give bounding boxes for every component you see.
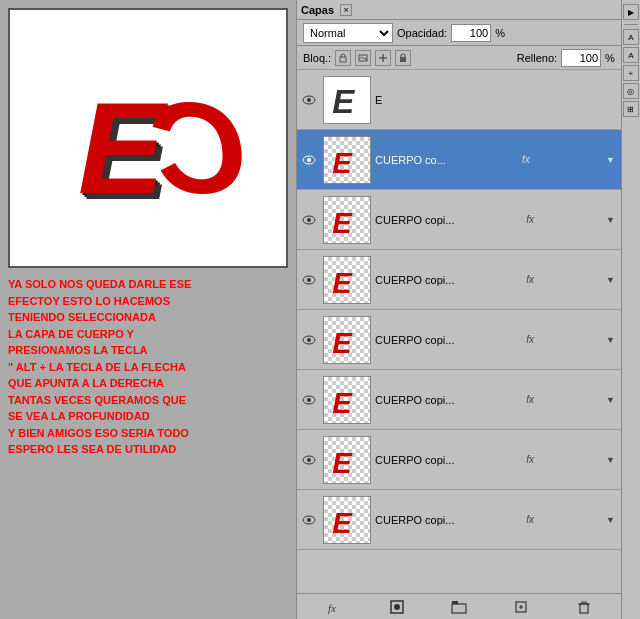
layers-panel-header: Capas × [297,0,621,20]
layer-row[interactable]: E CUERPO copi... fx ▼ [297,190,621,250]
instruction-line-8: TANTAS VECES QUERAMOS QUE [8,392,288,409]
layer-row[interactable]: E CUERPO copi... fx ▼ [297,430,621,490]
layer-name: E [375,94,382,106]
layer-fx-indicator[interactable]: fx [526,214,534,225]
layer-visibility-toggle[interactable] [299,370,319,430]
layer-name: CUERPO copi... [375,514,454,526]
layers-panel-close-button[interactable]: × [340,4,352,16]
layer-fx-indicator[interactable]: fx [526,334,534,345]
layer-fx-indicator[interactable]: fx [526,394,534,405]
layer-fx-indicator[interactable]: fx [526,514,534,525]
tool-2[interactable]: A [623,47,639,63]
lock-all-button[interactable] [395,50,411,66]
svg-point-18 [307,278,311,282]
instruction-line-4: LA CAPA DE CUERPO Y [8,326,288,343]
layer-fx-indicator[interactable]: fx [526,274,534,285]
layer-fx-indicator[interactable]: fx [526,454,534,465]
instruction-line-3: TENIENDO SELECCIONADA [8,309,288,326]
tool-1[interactable]: A [623,29,639,45]
layer-thumbnail: E [323,496,371,544]
layer-info: E [375,94,619,106]
layer-name: CUERPO copi... [375,394,454,406]
layer-visibility-toggle[interactable] [299,190,319,250]
svg-rect-35 [452,604,466,613]
layers-list: E E E CUERPO co... fx ▼ [297,70,621,593]
svg-rect-7 [400,57,406,62]
layer-visibility-toggle[interactable] [299,490,319,550]
layer-row[interactable]: E CUERPO co... fx ▼ [297,130,621,190]
fx-arrow-icon: ▼ [606,335,615,345]
blend-opacity-row: Normal Opacidad: % [297,20,621,46]
tool-5[interactable]: ⊞ [623,101,639,117]
fill-input[interactable] [561,49,601,67]
layer-thumbnail: E [323,136,371,184]
canvas-area: E E E E C [8,8,288,268]
blend-mode-select[interactable]: Normal [303,23,393,43]
layer-info: CUERPO co... fx ▼ [375,154,619,166]
svg-text:C: C [152,75,248,221]
opacity-label: Opacidad: [397,27,447,39]
svg-point-12 [307,158,311,162]
layer-info: CUERPO copi... fx ▼ [375,334,619,346]
layers-bottom-bar: fx [297,593,621,619]
layer-thumbnail: E [323,436,371,484]
instruction-line-1: YA SOLO NOS QUEDA DARLE ESE [8,276,288,293]
fx-arrow-icon: ▼ [606,215,615,225]
add-group-button[interactable] [449,597,469,617]
svg-point-30 [307,518,311,522]
layer-row[interactable]: E E [297,70,621,130]
left-panel: E E E E C YA SOLO NOS QUEDA DARLE ESE EF… [0,0,296,619]
instruction-line-2: EFECTOY ESTO LO HACEMOS [8,293,288,310]
tool-3[interactable]: + [623,65,639,81]
lock-label: Bloq.: [303,52,331,64]
lock-fill-row: Bloq.: Relleno: % [297,46,621,70]
add-mask-button[interactable] [387,597,407,617]
tool-4[interactable]: ◎ [623,83,639,99]
layer-visibility-toggle[interactable] [299,130,319,190]
layer-thumbnail: E [323,256,371,304]
layer-visibility-toggle[interactable] [299,70,319,130]
svg-text:E: E [332,82,355,119]
svg-point-27 [307,458,311,462]
layers-panel: Capas × Normal Opacidad: % Bloq.: Rellen… [296,0,621,619]
svg-text:E: E [332,325,353,358]
instruction-line-6: " ALT + LA TECLA DE LA FLECHA [8,359,288,376]
lock-image-button[interactable] [355,50,371,66]
layer-row[interactable]: E CUERPO copi... fx ▼ [297,490,621,550]
layer-name: CUERPO copi... [375,274,454,286]
layer-name: CUERPO copi... [375,334,454,346]
layer-visibility-toggle[interactable] [299,430,319,490]
layer-thumbnail: E [323,196,371,244]
side-toolbar: ▶ A A + ◎ ⊞ [621,0,640,619]
svg-point-15 [307,218,311,222]
instruction-line-5: PRESIONAMOS LA TECLA [8,342,288,359]
svg-point-24 [307,398,311,402]
layer-visibility-toggle[interactable] [299,250,319,310]
layer-visibility-toggle[interactable] [299,310,319,370]
instruction-text: YA SOLO NOS QUEDA DARLE ESE EFECTOY ESTO… [8,276,288,458]
layer-row[interactable]: E CUERPO copi... fx ▼ [297,370,621,430]
svg-point-9 [307,98,311,102]
svg-rect-5 [340,57,346,62]
layer-info: CUERPO copi... fx ▼ [375,514,619,526]
layer-name: CUERPO co... [375,154,446,166]
svg-point-21 [307,338,311,342]
layer-fx-indicator[interactable]: fx [522,154,530,165]
add-fx-button[interactable]: fx [324,597,344,617]
opacity-input[interactable] [451,24,491,42]
fx-arrow-icon: ▼ [606,455,615,465]
lock-transparent-button[interactable] [335,50,351,66]
layer-row[interactable]: E CUERPO copi... fx ▼ [297,250,621,310]
expand-button[interactable]: ▶ [623,4,639,20]
instruction-line-9: SE VEA LA PROFUNDIDAD [8,408,288,425]
create-layer-button[interactable] [511,597,531,617]
fx-arrow-icon: ▼ [606,275,615,285]
layer-row[interactable]: E CUERPO copi... fx ▼ [297,310,621,370]
layer-info: CUERPO copi... fx ▼ [375,394,619,406]
svg-text:E: E [332,445,353,478]
svg-text:E: E [332,265,353,298]
lock-position-button[interactable] [375,50,391,66]
layer-name: CUERPO copi... [375,214,454,226]
delete-layer-button[interactable] [574,597,594,617]
svg-point-34 [394,604,400,610]
